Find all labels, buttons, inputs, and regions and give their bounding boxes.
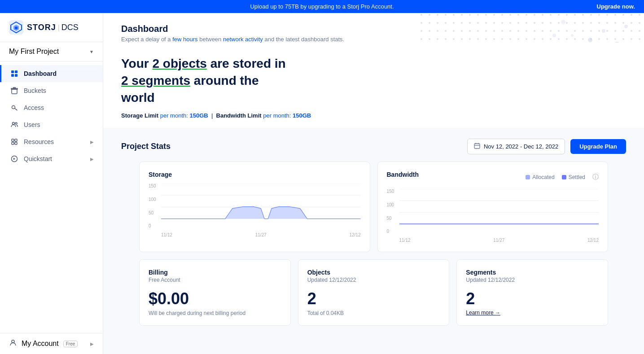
storj-logo-icon [9, 20, 23, 35]
objects-title: Objects [307, 269, 440, 276]
logo-sep: | [58, 24, 60, 31]
sidebar-item-quickstart-label: Quickstart [24, 155, 52, 162]
account-badge: Free [63, 341, 78, 347]
sidebar-item-dashboard-label: Dashboard [24, 70, 57, 77]
quickstart-icon [10, 155, 18, 163]
sidebar-logo: STORJ|DCS [0, 13, 103, 42]
quickstart-expand-icon: ▶ [90, 157, 94, 162]
account-label: My Account [22, 340, 59, 348]
date-range-picker[interactable]: Nov 12, 2022 - Dec 12, 2022 [467, 139, 565, 154]
legend-allocated-dot [526, 175, 530, 179]
key-icon [10, 104, 18, 112]
legend-allocated: Allocated [526, 174, 554, 180]
project-chevron-icon: ▼ [89, 49, 94, 54]
account-section[interactable]: My Account Free ▶ [0, 333, 103, 354]
calendar-icon [474, 143, 480, 150]
segments-value: 2 [466, 289, 599, 308]
bandwidth-limit-label: Bandwidth Limit [216, 112, 262, 119]
main-content: Dashboard Expect a delay of a few hours … [103, 13, 644, 354]
legend-settled: Settled [562, 174, 585, 180]
project-name: My First Project [9, 48, 59, 56]
resources-expand-icon: ▶ [90, 140, 94, 144]
project-selector[interactable]: My First Project ▼ [0, 42, 103, 61]
objects-note: Total of 0.04KB [307, 310, 440, 316]
logo-product: DCS [61, 23, 79, 32]
objects-subtitle: Updated 12/12/2022 [307, 277, 440, 283]
date-range-text: Nov 12, 2022 - Dec 12, 2022 [484, 143, 558, 150]
account-icon [9, 339, 17, 349]
hero-segments-count: 2 segments [121, 74, 190, 87]
segments-card: Segments Updated 12/12/2022 2 Learn more… [456, 259, 608, 326]
billing-value: $0.00 [149, 289, 281, 308]
segments-title: Segments [466, 269, 599, 276]
resources-icon [10, 138, 18, 146]
hero-limits: Storage Limit per month: 150GB | Bandwid… [121, 112, 626, 119]
banner-text: Upload up to 75TB by upgrading to a Stor… [250, 3, 394, 10]
sidebar-item-quickstart[interactable]: Quickstart ▶ [0, 150, 103, 167]
svg-point-16 [12, 340, 14, 343]
upgrade-now-link[interactable]: Upgrade now. [597, 3, 635, 10]
users-icon [10, 121, 18, 129]
hero-section: Your 2 objects are stored in 2 segments … [103, 43, 644, 128]
svg-rect-7 [15, 74, 18, 77]
account-chevron-icon: ▶ [90, 341, 94, 346]
sidebar-item-access[interactable]: Access [0, 99, 103, 116]
dashboard-header: Dashboard Expect a delay of a few hours … [103, 13, 644, 43]
billing-subtitle: Free Account [149, 277, 281, 283]
info-icon[interactable]: ⓘ [592, 173, 599, 181]
logo-brand: STORJ [27, 23, 56, 32]
bandwidth-chart-title: Bandwidth [387, 171, 419, 178]
stats-cards-row: Billing Free Account $0.00 Will be charg… [121, 259, 626, 326]
upgrade-plan-button[interactable]: Upgrade Plan [570, 139, 626, 154]
dashboard-icon [10, 70, 18, 78]
svg-rect-13 [12, 142, 14, 144]
dashboard-subtitle: Expect a delay of a few hours between ne… [121, 36, 626, 43]
charts-row: Storage 150100500 11/1211/2712/12 [121, 162, 626, 252]
sidebar-item-dashboard[interactable]: Dashboard [0, 65, 103, 82]
storage-chart-title: Storage [149, 171, 361, 178]
sidebar-item-buckets[interactable]: Buckets [0, 82, 103, 99]
sidebar-item-resources-label: Resources [24, 138, 54, 145]
logo-text-group: STORJ|DCS [27, 23, 79, 32]
sidebar-nav: Dashboard Buckets Access [0, 61, 103, 333]
segments-subtitle: Updated 12/12/2022 [466, 277, 599, 283]
storage-x-labels: 11/1211/2712/12 [161, 232, 361, 237]
hero-heading: Your 2 objects are stored in 2 segments … [121, 55, 372, 106]
sidebar-item-users-label: Users [24, 121, 40, 128]
svg-rect-12 [15, 139, 17, 141]
dashboard-title: Dashboard [121, 24, 626, 34]
bucket-icon [10, 87, 18, 95]
svg-rect-6 [11, 74, 14, 77]
svg-rect-11 [12, 139, 14, 141]
sidebar-item-resources[interactable]: Resources ▶ [0, 133, 103, 150]
billing-card: Billing Free Account $0.00 Will be charg… [139, 259, 291, 326]
bandwidth-chart-svg [399, 189, 599, 224]
project-stats-header: Project Stats Nov 12, 2022 - Dec 12, 202… [121, 139, 626, 154]
project-stats-section: Project Stats Nov 12, 2022 - Dec 12, 202… [103, 128, 644, 326]
upgrade-banner: Upload up to 75TB by upgrading to a Stor… [0, 0, 644, 13]
svg-rect-4 [11, 70, 14, 73]
svg-rect-14 [15, 142, 17, 144]
sidebar-item-users[interactable]: Users [0, 116, 103, 133]
bandwidth-chart-card: Bandwidth Allocated Settled ⓘ [377, 162, 609, 252]
project-stats-title: Project Stats [121, 142, 171, 151]
storage-y-labels: 150100500 [149, 184, 161, 228]
bandwidth-x-labels: 11/1211/2712/12 [399, 238, 599, 243]
svg-rect-5 [15, 70, 18, 73]
segments-learn-more-link[interactable]: Learn more → [466, 310, 500, 316]
sidebar-item-access-label: Access [24, 104, 44, 111]
bandwidth-y-labels: 150100500 [387, 189, 399, 234]
bandwidth-chart-area: 150100500 11/1211/2712/12 [387, 189, 599, 243]
objects-card: Objects Updated 12/12/2022 2 Total of 0.… [298, 259, 450, 326]
sidebar-item-buckets-label: Buckets [24, 87, 46, 94]
objects-value: 2 [307, 289, 440, 308]
storage-chart-area: 150100500 11/1211/2712/12 [149, 184, 361, 237]
sidebar: STORJ|DCS My First Project ▼ Dashboard B… [0, 13, 103, 354]
legend-settled-dot [562, 175, 566, 179]
storage-chart-card: Storage 150100500 11/1211/2712/12 [139, 162, 370, 252]
billing-note: Will be charged during next billing peri… [149, 310, 281, 316]
hero-objects-count: 2 objects [152, 57, 206, 70]
billing-title: Billing [149, 269, 281, 276]
storage-limit-label: Storage Limit [121, 112, 158, 119]
stats-actions: Nov 12, 2022 - Dec 12, 2022 Upgrade Plan [467, 139, 626, 154]
